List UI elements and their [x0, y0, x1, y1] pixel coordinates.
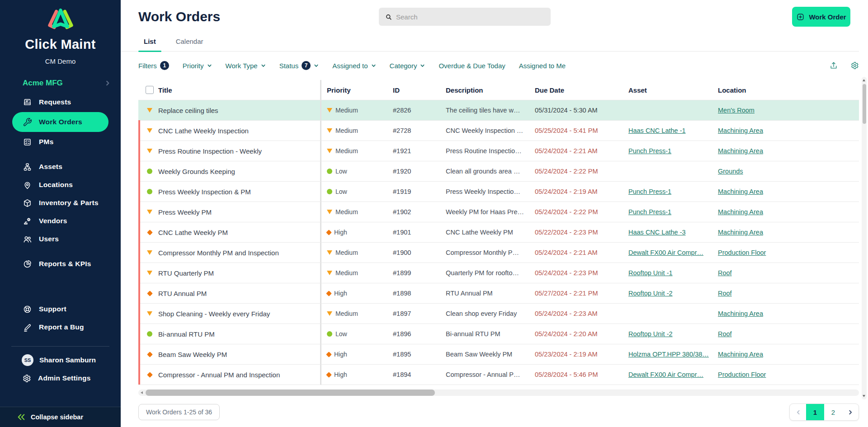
filter-priority[interactable]: Priority — [183, 62, 212, 70]
location-link[interactable]: Roof — [718, 330, 732, 338]
pagination-prev-button[interactable] — [790, 404, 806, 420]
table-row[interactable]: Compressor - Annual PM and InspectionHig… — [138, 365, 859, 385]
priority-high-icon — [147, 352, 153, 357]
work-order-title: Compressor - Annual PM and Inspection — [158, 371, 280, 379]
location-link[interactable]: Machining Area — [718, 351, 763, 358]
table-row[interactable]: RTU Quarterly PMMedium#1899Quarterly PM … — [138, 263, 859, 283]
column-header-priority[interactable]: Priority — [321, 86, 387, 94]
column-header-due-date[interactable]: Due Date — [529, 86, 623, 94]
search-box[interactable] — [379, 8, 551, 26]
column-header-description[interactable]: Description — [440, 86, 529, 94]
location-link[interactable]: Men's Room — [718, 107, 755, 114]
due-date: 05/23/2024 - 2:19 AM — [529, 351, 623, 358]
location-link[interactable]: Production Floor — [718, 371, 766, 378]
asset-link[interactable]: Haas CNC Lathe -3 — [628, 229, 686, 236]
location-link[interactable]: Roof — [718, 290, 732, 297]
asset-link[interactable]: Rooftop Unit -1 — [628, 269, 673, 277]
priority-label: High — [334, 371, 347, 378]
column-header-asset[interactable]: Asset — [623, 86, 712, 94]
asset-link[interactable]: Dewalt FX00 Air Compr… — [628, 249, 703, 256]
table-row[interactable]: CNC Lathe Weekly PMHigh#1901CNC Lathe We… — [138, 222, 859, 243]
location-link[interactable]: Grounds — [718, 168, 743, 175]
select-all-checkbox[interactable] — [146, 86, 154, 94]
sidebar-item-users[interactable]: Users — [0, 230, 121, 248]
location-link[interactable]: Machining Area — [718, 188, 763, 195]
export-icon[interactable] — [829, 61, 838, 70]
asset-link[interactable]: Dewalt FX00 Air Compr… — [628, 371, 703, 378]
table-row[interactable]: Compressor Monthly PM and InspectionMedi… — [138, 243, 859, 263]
results-count: Work Orders 1-25 of 36 — [138, 404, 220, 420]
tab-bar: ListCalendar — [121, 33, 859, 52]
asset-link[interactable]: Punch Press-1 — [628, 147, 671, 155]
location-link[interactable]: Machining Area — [718, 127, 763, 134]
filter-assigned-to-me[interactable]: Assigned to Me — [519, 62, 566, 70]
pagination-page-2[interactable]: 2 — [824, 404, 842, 420]
sidebar-item-report-a-bug[interactable]: Report a Bug — [0, 318, 121, 336]
filter-status[interactable]: Status7 — [279, 61, 319, 70]
table-row[interactable]: RTU Annual PMHigh#1898RTU Annual PM05/27… — [138, 283, 859, 304]
chevron-right-icon — [104, 80, 111, 86]
filter-label: Assigned to — [332, 62, 368, 70]
location-link[interactable]: Machining Area — [718, 310, 763, 317]
horizontal-scrollbar[interactable] — [138, 389, 859, 396]
filter-overdue-due-today[interactable]: Overdue & Due Today — [439, 62, 505, 70]
asset-link[interactable]: Haas CNC Lathe -1 — [628, 127, 686, 134]
pagination-next-button[interactable] — [842, 404, 859, 420]
org-selector[interactable]: Acme MFG — [0, 76, 121, 90]
table-row[interactable]: CNC Lathe Weekly InspectionMedium#2728CN… — [138, 121, 859, 141]
sidebar-item-inventory-parts[interactable]: Inventory & Parts — [0, 194, 121, 212]
column-header-location[interactable]: Location — [712, 86, 859, 94]
column-header-id[interactable]: ID — [387, 86, 440, 94]
tab-list[interactable]: List — [144, 33, 156, 51]
sidebar-item-label: Work Orders — [39, 118, 82, 126]
search-input[interactable] — [396, 13, 541, 21]
asset-link[interactable]: Rooftop Unit -2 — [628, 290, 673, 297]
sidebar-item-locations[interactable]: Locations — [0, 176, 121, 194]
location-link[interactable]: Roof — [718, 269, 732, 277]
asset-link[interactable]: Holzma OPT.HPP 380/38… — [628, 351, 709, 358]
new-work-order-button[interactable]: Work Order — [792, 7, 850, 27]
location-link[interactable]: Machining Area — [718, 147, 763, 155]
user-profile[interactable]: SS Sharon Samburn — [0, 351, 121, 369]
horizontal-scrollbar-thumb[interactable] — [146, 389, 435, 396]
settings-gear-icon[interactable] — [850, 61, 859, 70]
table-row[interactable]: Replace ceiling tilesMedium#2826The ceil… — [138, 100, 859, 121]
table-row[interactable]: Weekly Grounds KeepingLow#1920Clean all … — [138, 161, 859, 182]
work-order-description: Clean all grounds area … — [440, 168, 529, 175]
asset-link[interactable]: Punch Press-1 — [628, 208, 671, 216]
vertical-scrollbar-thumb[interactable] — [863, 84, 866, 124]
table-row[interactable]: Shop Cleaning - Weekly every FridayMediu… — [138, 304, 859, 324]
sidebar-item-requests[interactable]: Requests — [0, 93, 121, 111]
table-row[interactable]: Press Weekly Inspection & PMLow#1919Pres… — [138, 182, 859, 202]
filter-work-type[interactable]: Work Type — [226, 62, 266, 70]
location-link[interactable]: Production Floor — [718, 249, 766, 256]
collapse-sidebar-button[interactable]: Collapse sidebar — [0, 407, 121, 427]
sidebar-item-work-orders[interactable]: Work Orders — [12, 112, 108, 132]
filter-assigned-to[interactable]: Assigned to — [332, 62, 376, 70]
location-link[interactable]: Machining Area — [718, 229, 763, 236]
location-link[interactable]: Machining Area — [718, 208, 763, 216]
work-order-title: CNC Lathe Weekly Inspection — [158, 127, 249, 135]
filter-filters[interactable]: Filters1 — [138, 61, 169, 70]
collapse-sidebar-label: Collapse sidebar — [31, 413, 83, 421]
table-row[interactable]: Press Routine Inspection - WeeklyMedium#… — [138, 141, 859, 161]
table-row[interactable]: Bi-annual RTU PMLow#1896Bi-annual RTU PM… — [138, 324, 859, 344]
priority-medium-icon — [327, 250, 332, 255]
table-row[interactable]: Press Weekly PMMedium#1902Weekly PM for … — [138, 202, 859, 222]
vertical-scrollbar[interactable] — [862, 77, 867, 399]
tab-calendar[interactable]: Calendar — [176, 33, 203, 51]
sidebar-item-reports-kpis[interactable]: Reports & KPIs — [0, 255, 121, 273]
table-row[interactable]: Beam Saw Weekly PMHigh#1895Beam Saw Week… — [138, 344, 859, 365]
sidebar-item-vendors[interactable]: Vendors — [0, 212, 121, 230]
column-header-title[interactable]: Title — [158, 86, 172, 94]
asset-link[interactable]: Rooftop Unit -2 — [628, 330, 673, 338]
work-order-id: #2826 — [387, 107, 440, 114]
sidebar-item-assets[interactable]: Assets — [0, 158, 121, 176]
sidebar-item-admin-settings[interactable]: Admin Settings — [0, 369, 121, 387]
sidebar-item-support[interactable]: Support — [0, 300, 121, 318]
filter-category[interactable]: Category — [390, 62, 425, 70]
sidebar-item-pms[interactable]: PMs — [0, 133, 121, 151]
pagination-page-1[interactable]: 1 — [806, 404, 824, 420]
priority-low-icon — [327, 189, 332, 194]
asset-link[interactable]: Punch Press-1 — [628, 188, 671, 195]
